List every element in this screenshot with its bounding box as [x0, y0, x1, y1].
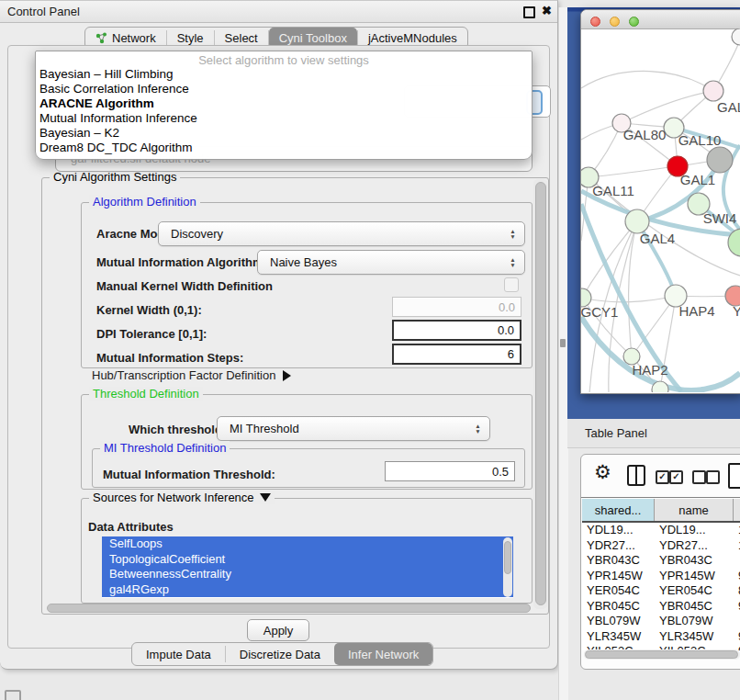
algorithm-option[interactable]: ARACNE Algorithm	[36, 96, 532, 111]
kernel-width-input[interactable]	[392, 297, 521, 317]
bottom-tabs: Impute DataDiscretize DataInfer Network	[131, 642, 433, 666]
network-node[interactable]	[703, 81, 723, 101]
bottom-tab-infer-network[interactable]: Infer Network	[334, 643, 432, 665]
aracne-mode-value: Discovery	[159, 227, 506, 241]
deselect-all-icon[interactable]	[692, 470, 706, 484]
table-cell: 9.	[734, 569, 740, 584]
mi-type-value: Naive Bayes	[258, 255, 506, 269]
kernel-width-label: Kernel Width (0,1):	[96, 303, 202, 317]
node-label: HAP2	[632, 362, 667, 378]
minimize-traffic-icon[interactable]	[610, 17, 620, 27]
hub-definition-toggle[interactable]: Hub/Transcription Factor Definition	[92, 368, 291, 382]
node-label: GAL1	[680, 172, 715, 187]
split-divider-handle[interactable]	[560, 339, 566, 347]
columns-icon[interactable]	[627, 465, 645, 486]
table-hscrollbar-track[interactable]	[584, 649, 740, 660]
close-icon[interactable]: ✖	[542, 4, 552, 17]
sources-group-title[interactable]: Sources for Network Inference	[89, 491, 275, 504]
gear-icon[interactable]: ⚙	[594, 462, 611, 481]
tab-label: jActiveMNodules	[368, 31, 457, 45]
close-traffic-icon[interactable]	[590, 17, 600, 27]
data-attributes-list[interactable]: SelfLoopsTopologicalCoefficientBetweenne…	[102, 536, 513, 598]
table-row[interactable]: YDL19...YDL19...13	[582, 523, 740, 538]
threshold-definition-title: Threshold Definition	[89, 387, 203, 401]
table-row[interactable]: YER054CYER054C8.	[582, 583, 740, 599]
table-body: YDL19...YDL19...13YDR27...YDR27...12YBR0…	[582, 523, 740, 650]
table-window: ⚙ ✓ ✓ shared...nameA YDL19...YDL19...13Y…	[580, 454, 740, 670]
column-header[interactable]: shared...	[582, 499, 655, 521]
network-canvas[interactable]: GALGAL80GAL10GAL1GAL11SWI4GAL4GCY1HAP4YH…	[581, 28, 740, 392]
table-row[interactable]: YBR043CYBR043C	[582, 553, 740, 569]
network-edge	[589, 166, 678, 177]
manual-kernel-checkbox[interactable]	[504, 277, 519, 292]
aracne-mode-select[interactable]: Discovery ▲▼	[158, 221, 525, 246]
table-cell	[734, 553, 740, 569]
table-cell: YPR145W	[582, 569, 655, 584]
table-cell: 9.	[734, 629, 740, 645]
bottom-tab-impute-data[interactable]: Impute Data	[132, 643, 225, 665]
manual-kernel-label: Manual Kernel Width Definition	[96, 279, 273, 293]
apply-button[interactable]: Apply	[247, 619, 309, 641]
algorithm-popup-placeholder: Select algorithm to view settings	[36, 51, 532, 67]
table-cell: YER054C	[582, 583, 655, 599]
network-edge	[629, 221, 637, 356]
application-root: Control Panel ✖ NetworkStyleSelectCyni T…	[0, 0, 740, 700]
table-cell: YER054C	[655, 583, 734, 599]
collapsed-arrow-icon	[283, 370, 291, 381]
float-icon[interactable]	[523, 6, 535, 18]
network-edge	[622, 91, 713, 123]
algorithm-option[interactable]: Bayesian – Hill Climbing	[36, 67, 532, 82]
table-hscrollbar-thumb[interactable]	[585, 650, 738, 659]
network-node[interactable]	[707, 147, 733, 173]
attribute-item[interactable]: TopologicalCoefficient	[102, 552, 513, 568]
table-row[interactable]: YBL079WYBL079W	[582, 614, 740, 629]
table-row[interactable]: YBR045CYBR045C9.	[582, 599, 740, 615]
tab-label: Select	[225, 31, 258, 45]
attributes-scrollbar-thumb[interactable]	[504, 541, 511, 574]
hub-definition-label: Hub/Transcription Factor Definition	[92, 368, 275, 382]
network-window-titlebar[interactable]	[581, 10, 740, 29]
mi-threshold-input[interactable]	[385, 461, 515, 481]
table-row[interactable]: YPR145WYPR145W9.	[582, 569, 740, 584]
algorithm-option[interactable]: Dream8 DC_TDC Algorithm	[36, 141, 532, 155]
algorithm-option[interactable]: Bayesian – K2	[36, 126, 532, 141]
table-cell: YDR27...	[655, 538, 734, 554]
settings-scrollbar-thumb[interactable]	[535, 182, 546, 605]
table-panel-title: Table Panel	[585, 426, 647, 440]
which-threshold-select[interactable]: MI Threshold ▲▼	[217, 416, 490, 441]
node-label: GAL	[717, 99, 740, 115]
algorithm-option[interactable]: Basic Correlation Inference	[36, 82, 532, 96]
select-all-icon[interactable]: ✓	[656, 470, 669, 484]
mi-steps-input[interactable]	[392, 344, 521, 365]
table-header-row: shared...nameA	[582, 499, 740, 523]
function-builder-icon[interactable]	[728, 463, 740, 489]
table-cell: 12	[734, 538, 740, 554]
algorithm-option[interactable]: Mutual Information Inference	[36, 111, 532, 126]
mi-type-select[interactable]: Naive Bayes ▲▼	[257, 250, 525, 275]
table-cell: 13	[734, 523, 740, 538]
deselect-all-icon-2[interactable]	[706, 470, 720, 484]
dpi-tolerance-input[interactable]	[392, 320, 521, 341]
column-header[interactable]: A	[734, 499, 740, 521]
network-node[interactable]	[732, 28, 740, 45]
table-cell: YDR27...	[582, 538, 655, 554]
column-header[interactable]: name	[655, 499, 734, 521]
network-node[interactable]	[652, 381, 668, 392]
select-all-icon-2[interactable]: ✓	[669, 470, 683, 484]
control-panel-titlebar[interactable]: Control Panel ✖	[0, 1, 557, 23]
table-cell: YDL19...	[582, 523, 655, 538]
collapsed-panel-icon[interactable]	[5, 690, 21, 700]
table-cell: YDL19...	[655, 523, 734, 538]
zoom-traffic-icon[interactable]	[629, 17, 639, 27]
settings-hscrollbar-thumb[interactable]	[47, 604, 531, 613]
attribute-item[interactable]: gal4RGexp	[102, 582, 513, 598]
table-row[interactable]: YLR345WYLR345W9.	[582, 629, 740, 645]
attribute-item[interactable]: SelfLoops	[102, 536, 513, 552]
bottom-tab-discretize-data[interactable]: Discretize Data	[226, 643, 334, 665]
table-row[interactable]: YDR27...YDR27...12	[582, 538, 740, 554]
attribute-item[interactable]: BetweennessCentrality	[102, 567, 513, 582]
node-label: GCY1	[581, 304, 618, 320]
dpi-tolerance-label: DPI Tolerance [0,1]:	[96, 327, 207, 341]
spinner-arrows-icon: ▲▼	[506, 229, 524, 239]
table-cell: YLR345W	[582, 629, 655, 645]
